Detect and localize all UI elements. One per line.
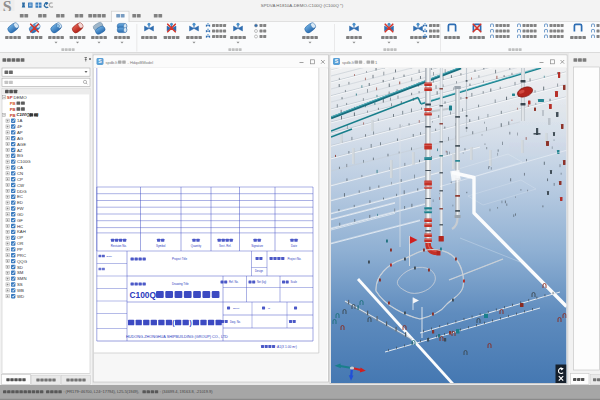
svg-text:4F: 4F <box>17 124 22 129</box>
svg-text:SPDVA H1810A-DEMO-C100Q (C1: SPDVA H1810A-DEMO-C100Q (C100Q *) <box>261 3 344 8</box>
svg-text:C100G: C100G <box>17 159 31 164</box>
svg-text:Sect. Ref.: Sect. Ref. <box>219 244 232 248</box>
svg-text:): ) <box>190 319 192 327</box>
svg-text:AP: AP <box>17 130 23 135</box>
svg-text:PP: PP <box>17 247 23 252</box>
svg-text:1A: 1A <box>17 118 22 123</box>
svg-text:- HdqoBModel: - HdqoBModel <box>128 60 154 65</box>
svg-text:ED: ED <box>17 200 23 205</box>
svg-text:: (34699.4, 19163.8, -21019.9): : (34699.4, 19163.8, -21019.9) <box>160 389 213 394</box>
svg-text:Quantity: Quantity <box>191 244 202 248</box>
svg-text:CA: CA <box>17 165 23 170</box>
svg-text:AG: AG <box>17 136 24 141</box>
svg-text:spdb.lt: spdb.lt <box>342 60 355 65</box>
svg-text:Design: Design <box>255 269 264 273</box>
svg-text:SP: SP <box>7 95 13 100</box>
svg-text:Sheet: Sheet <box>233 307 240 310</box>
svg-text:SMN: SMN <box>17 276 27 281</box>
svg-text:EC: EC <box>17 194 23 199</box>
svg-text:HC: HC <box>17 224 23 229</box>
svg-text:SD: SD <box>17 265 23 270</box>
svg-text:PB: PB <box>10 113 16 118</box>
svg-text:Ref. No.: Ref. No. <box>229 280 239 284</box>
svg-text:: (FR179~46700, L24~17794), L2: : (FR179~46700, L24~17794), L25-5(1949), <box>63 389 139 394</box>
svg-text:PB: PB <box>10 107 16 112</box>
svg-text:WB: WB <box>17 288 24 293</box>
svg-text:SS: SS <box>17 282 23 287</box>
svg-text:Signature: Signature <box>251 244 263 248</box>
svg-text:Project Title: Project Title <box>172 257 187 261</box>
svg-text:OP: OP <box>17 235 23 240</box>
svg-text:spdb.lt: spdb.lt <box>106 60 119 65</box>
svg-text:SM: SM <box>17 270 24 275</box>
svg-text:GF: GF <box>17 218 23 223</box>
svg-text:AZ: AZ <box>17 148 23 153</box>
svg-text:CP: CP <box>17 177 23 182</box>
svg-text:CW: CW <box>17 183 25 188</box>
svg-text:Date: Date <box>107 255 113 258</box>
svg-text:CN: CN <box>17 171 23 176</box>
svg-text:Net (kg): Net (kg) <box>257 280 266 284</box>
svg-text:BG: BG <box>17 153 24 158</box>
svg-text:: A1(X 1.00 m²): : A1(X 1.00 m²) <box>276 345 297 349</box>
svg-text:of: of <box>268 307 270 310</box>
svg-text:Symbol: Symbol <box>156 244 166 248</box>
svg-text:PB: PB <box>10 101 16 106</box>
svg-text:HUDONG-ZHONGHUA SHIPBUILDING (: HUDONG-ZHONGHUA SHIPBUILDING (GROUP) CO.… <box>126 335 228 339</box>
svg-text:Scale: Scale <box>291 280 298 284</box>
svg-text:OR: OR <box>17 241 23 246</box>
svg-text:FW: FW <box>17 206 25 211</box>
svg-text:C100Q(: C100Q( <box>17 112 32 117</box>
svg-text:PRC: PRC <box>17 253 26 258</box>
svg-text:AGE: AGE <box>17 142 26 147</box>
svg-text:S: S <box>335 58 339 64</box>
svg-text:S: S <box>98 58 102 64</box>
svg-text:WD: WD <box>17 294 24 299</box>
svg-text:C100Q: C100Q <box>130 290 157 300</box>
svg-text:KAH: KAH <box>17 229 26 234</box>
svg-text:DEMO: DEMO <box>14 95 28 100</box>
svg-text:QQG: QQG <box>17 259 28 264</box>
svg-text:Date: Date <box>291 244 297 248</box>
svg-text:DDG: DDG <box>17 189 27 194</box>
svg-text:Dwg. No.: Dwg. No. <box>230 320 241 324</box>
svg-text:Project No.: Project No. <box>288 257 302 261</box>
svg-text:Revision No.: Revision No. <box>111 244 127 248</box>
svg-text:GD: GD <box>17 212 23 217</box>
svg-text:Drawing Title: Drawing Title <box>172 282 189 286</box>
